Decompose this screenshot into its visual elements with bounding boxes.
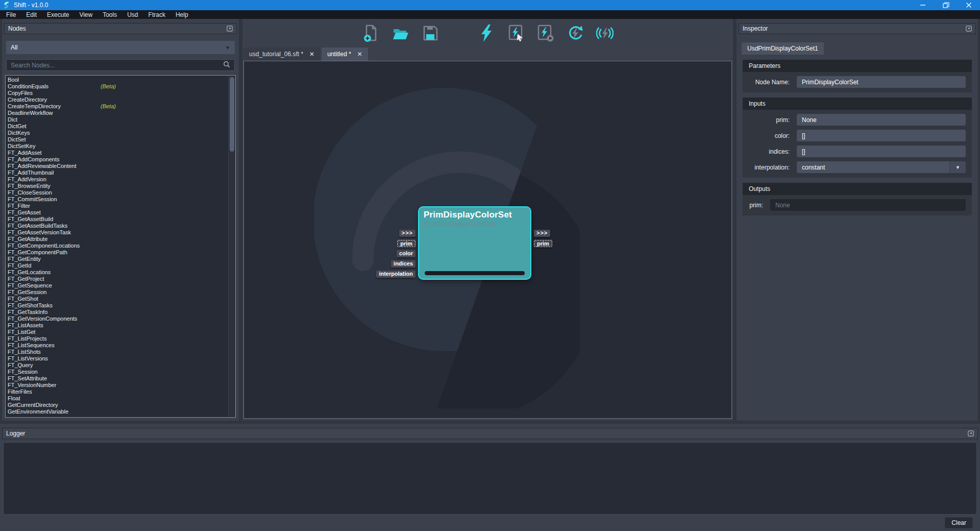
chevron-down-icon[interactable]: ▼ (949, 161, 966, 173)
list-item[interactable]: FT_GetShotTasks (6, 302, 235, 309)
list-item[interactable]: FT_ListVersions (6, 355, 235, 362)
tab-untitled-[interactable]: untitled *✕ (322, 47, 368, 61)
logger-clear-button[interactable]: Clear (945, 517, 973, 528)
search-nodes-input[interactable]: Search Nodes... (6, 59, 235, 71)
list-item[interactable]: FT_GetTaskInfo (6, 309, 235, 316)
list-item[interactable]: FT_VersionNumber (6, 382, 235, 389)
tab-close-icon[interactable]: ✕ (309, 51, 314, 58)
logger-output[interactable] (3, 442, 977, 515)
prim-field[interactable]: None (797, 114, 966, 126)
list-item[interactable]: FilterFiles (6, 389, 235, 395)
list-item[interactable]: DictGet (6, 123, 235, 130)
list-item[interactable]: FT_GetComponentPath (6, 249, 235, 256)
list-item[interactable]: GetEnvironmentVariable (6, 408, 235, 415)
live-execution-icon[interactable] (596, 24, 614, 42)
open-scene-icon[interactable] (392, 24, 409, 42)
node-graph-canvas[interactable]: PrimDisplayColorSet (UsdPrimDisplayColor… (243, 61, 732, 419)
popout-panel-icon[interactable] (968, 430, 974, 437)
menu-file[interactable]: File (1, 10, 21, 19)
list-item[interactable]: DeadlineWorkflow (6, 110, 235, 116)
list-item[interactable]: FT_GetSession (6, 289, 235, 296)
execute-selected-icon[interactable] (507, 24, 525, 42)
minimize-button[interactable] (911, 0, 934, 10)
menu-help[interactable]: Help (170, 10, 193, 19)
search-placeholder: Search Nodes... (11, 62, 223, 69)
list-item[interactable]: ConditionEquals(Beta) (6, 83, 235, 90)
list-item[interactable]: FT_AddComponents (6, 156, 235, 163)
list-item[interactable]: DictKeys (6, 130, 235, 136)
list-item[interactable]: FT_GetAsset (6, 209, 235, 216)
menu-edit[interactable]: Edit (21, 10, 42, 19)
list-item[interactable]: Dict (6, 116, 235, 123)
list-item[interactable]: DictSet (6, 136, 235, 143)
execute-up-to-node-icon[interactable] (537, 24, 554, 42)
list-item[interactable]: FT_AddAsset (6, 150, 235, 156)
list-item[interactable]: FT_GetEntity (6, 256, 235, 262)
execute-icon[interactable] (478, 24, 495, 42)
list-item[interactable]: FT_SetAttribute (6, 375, 235, 382)
tab-usd-tutorial-06-sft-[interactable]: usd_tutorial_06.sft *✕ (243, 47, 320, 61)
save-scene-icon[interactable] (422, 24, 439, 42)
tab-close-icon[interactable]: ✕ (357, 51, 362, 58)
input-port-color[interactable]: color (397, 250, 415, 257)
list-item[interactable]: FT_Filter (6, 203, 235, 209)
output-port-[interactable]: >>> (534, 230, 550, 237)
list-item[interactable]: FT_Session (6, 369, 235, 375)
graph-node-primdisplaycolorset[interactable]: PrimDisplayColorSet (UsdPrimDisplayColor… (418, 206, 531, 280)
list-item[interactable]: FT_GetProject (6, 276, 235, 282)
list-item[interactable]: FT_AddThumbnail (6, 170, 235, 176)
list-item[interactable]: FT_GetAssetVersionTask (6, 229, 235, 236)
menu-usd[interactable]: Usd (122, 10, 143, 19)
menu-view[interactable]: View (74, 10, 97, 19)
Node Name-field[interactable]: PrimDisplayColorSet (797, 76, 966, 88)
scrollbar-thumb[interactable] (230, 77, 234, 152)
indices-field[interactable]: [] (797, 146, 966, 157)
list-item[interactable]: FT_ListProjects (6, 335, 235, 342)
re-execute-icon[interactable] (567, 24, 584, 42)
list-item[interactable]: CopyFiles (6, 90, 235, 96)
interpolation-field[interactable]: constant▼ (797, 161, 966, 173)
color-field[interactable]: [] (797, 130, 966, 141)
list-item[interactable]: FT_ListAssets (6, 322, 235, 329)
list-item[interactable]: FT_BrowseEntity (6, 183, 235, 189)
list-item[interactable]: GetCurrentDirectory (6, 402, 235, 408)
restore-button[interactable] (934, 0, 957, 10)
input-port-indices[interactable]: indices (391, 260, 415, 268)
list-item[interactable]: FT_GetShot (6, 296, 235, 302)
input-port-interpolation[interactable]: interpolation (376, 271, 415, 278)
node-filter-dropdown[interactable]: All ▼ (6, 41, 235, 54)
list-item[interactable]: FT_CommitSession (6, 196, 235, 203)
list-item[interactable]: CreateDirectory (6, 96, 235, 103)
list-item[interactable]: FT_GetId (6, 262, 235, 269)
popout-panel-icon[interactable] (966, 26, 972, 32)
list-item[interactable]: FT_GetAssetBuild (6, 216, 235, 223)
list-item[interactable]: FT_AddVersion (6, 176, 235, 183)
list-item[interactable]: FT_GetSequence (6, 282, 235, 289)
list-item[interactable]: FT_ListGet (6, 329, 235, 335)
list-item[interactable]: Float (6, 395, 235, 402)
menu-tools[interactable]: Tools (97, 10, 122, 19)
list-item[interactable]: FT_CloseSession (6, 189, 235, 196)
list-item[interactable]: FT_ListSequences (6, 342, 235, 349)
inspector-node-tab[interactable]: UsdPrimDisplayColorSet1 (742, 42, 824, 55)
close-button[interactable] (957, 0, 980, 10)
list-item[interactable]: Bool (6, 77, 235, 83)
new-scene-icon[interactable] (362, 24, 380, 42)
list-item[interactable]: FT_ListShots (6, 349, 235, 355)
list-item[interactable]: FT_GetAssetBuildTasks (6, 223, 235, 229)
menu-ftrack[interactable]: Ftrack (143, 10, 170, 19)
output-port-prim[interactable]: prim (534, 240, 552, 247)
list-item[interactable]: FT_GetLocations (6, 269, 235, 276)
list-item[interactable]: FT_Query (6, 362, 235, 369)
list-item[interactable]: FT_GetVersionComponents (6, 316, 235, 322)
input-port-[interactable]: >>> (399, 230, 415, 237)
menu-execute[interactable]: Execute (42, 10, 74, 19)
list-item[interactable]: FT_AddReviewableContent (6, 163, 235, 170)
input-port-prim[interactable]: prim (397, 240, 415, 247)
list-item[interactable]: DictSetKey (6, 143, 235, 150)
list-item[interactable]: FT_GetComponentLocations (6, 243, 235, 249)
list-item[interactable]: FT_GetAttribute (6, 236, 235, 243)
node-list-scrollbar[interactable] (228, 76, 235, 417)
popout-panel-icon[interactable] (227, 26, 233, 32)
list-item[interactable]: CreateTempDirectory(Beta) (6, 103, 235, 110)
